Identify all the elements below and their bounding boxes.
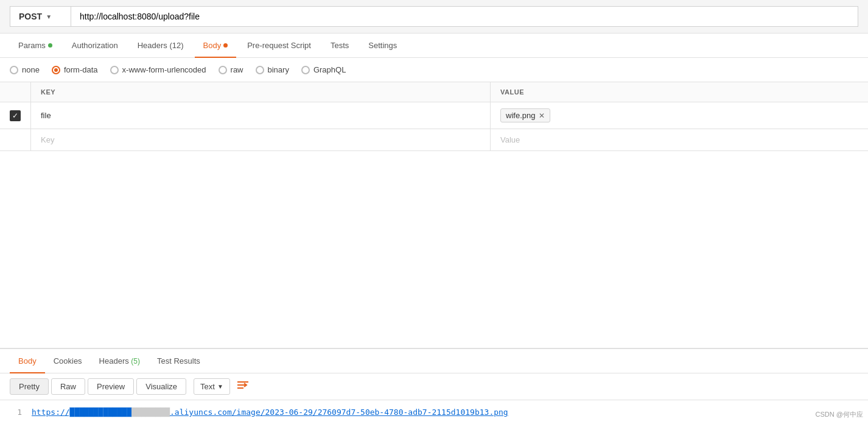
radio-graphql-circle xyxy=(301,66,310,74)
row2-checkbox-cell[interactable] xyxy=(0,129,31,151)
request-tabs: Params Authorization Headers (12) Body P… xyxy=(0,34,868,58)
format-bar: Pretty Raw Preview Visualize Text ▼ xyxy=(0,373,868,400)
format-type-selector[interactable]: Text ▼ xyxy=(194,378,230,395)
tab-body-label: Body xyxy=(203,41,222,50)
row2-value-cell[interactable]: Value xyxy=(491,129,868,151)
table-row: Key Value xyxy=(0,129,868,151)
radio-urlencoded-circle xyxy=(110,66,119,74)
watermark: CSDN @何中应 xyxy=(816,410,863,419)
method-label: POST xyxy=(19,12,42,21)
body-dot xyxy=(223,43,228,48)
method-chevron-icon: ▼ xyxy=(46,13,52,20)
response-tab-body[interactable]: Body xyxy=(10,349,45,373)
kv-table: KEY VALUE ✓ file wife.png ✕ Key xyxy=(0,82,868,151)
url-bar: POST ▼ xyxy=(0,0,868,34)
tab-authorization-label: Authorization xyxy=(72,41,118,50)
format-type-chevron-icon: ▼ xyxy=(217,383,223,390)
radio-urlencoded[interactable]: x-www-form-urlencoded xyxy=(110,65,206,74)
radio-binary-circle xyxy=(256,66,264,74)
tab-authorization[interactable]: Authorization xyxy=(63,34,127,57)
params-dot xyxy=(48,43,52,48)
response-tab-test-results[interactable]: Test Results xyxy=(149,349,209,373)
wrap-icon[interactable] xyxy=(236,380,250,394)
tab-tests-label: Tests xyxy=(331,41,349,50)
row1-key-cell[interactable]: file xyxy=(31,102,491,129)
tab-settings[interactable]: Settings xyxy=(360,34,405,57)
tab-pre-request[interactable]: Pre-request Script xyxy=(239,34,320,57)
response-tab-cookies-label: Cookies xyxy=(54,356,82,366)
row2-value-placeholder: Value xyxy=(500,135,520,144)
response-tab-test-results-label: Test Results xyxy=(157,356,200,366)
response-content: 1 https://█████████████████████.aliyuncs… xyxy=(0,400,868,424)
row1-key: file xyxy=(41,111,51,120)
radio-form-data-label: form-data xyxy=(64,65,98,74)
tab-pre-request-label: Pre-request Script xyxy=(247,41,311,50)
tab-params[interactable]: Params xyxy=(10,34,61,57)
row1-filename: wife.png xyxy=(506,111,535,120)
table-row: ✓ file wife.png ✕ xyxy=(0,102,868,129)
format-preview-button[interactable]: Preview xyxy=(88,378,134,395)
response-tab-headers[interactable]: Headers (5) xyxy=(91,349,149,373)
radio-form-data[interactable]: form-data xyxy=(52,65,98,74)
tab-headers[interactable]: Headers (12) xyxy=(129,34,192,57)
response-tab-headers-label: Headers xyxy=(99,356,131,366)
format-raw-button[interactable]: Raw xyxy=(51,378,85,395)
radio-none[interactable]: none xyxy=(10,65,40,74)
method-selector[interactable]: POST ▼ xyxy=(10,6,71,27)
radio-binary[interactable]: binary xyxy=(256,65,289,74)
radio-none-label: none xyxy=(22,65,40,74)
radio-raw-circle xyxy=(219,66,227,74)
format-type-label: Text xyxy=(200,382,215,391)
row1-value-cell[interactable]: wife.png ✕ xyxy=(491,102,868,129)
tab-body[interactable]: Body xyxy=(195,34,237,57)
radio-form-data-circle xyxy=(52,66,60,74)
radio-graphql[interactable]: GraphQL xyxy=(301,65,346,74)
row2-key-placeholder: Key xyxy=(41,135,54,144)
tab-headers-label: Headers (12) xyxy=(138,41,184,50)
response-tab-body-label: Body xyxy=(18,356,37,366)
row1-remove-file-button[interactable]: ✕ xyxy=(539,111,545,120)
radio-urlencoded-label: x-www-form-urlencoded xyxy=(122,65,206,74)
row1-checkbox-cell[interactable]: ✓ xyxy=(0,102,31,129)
spacer xyxy=(0,151,868,212)
response-tabs: Body Cookies Headers (5) Test Results xyxy=(0,349,868,373)
response-tab-cookies[interactable]: Cookies xyxy=(45,349,91,373)
col-value: VALUE xyxy=(491,82,868,102)
url-input[interactable] xyxy=(71,6,858,27)
line-number: 1 xyxy=(10,408,22,417)
response-headers-count: (5) xyxy=(131,357,140,366)
format-visualize-button[interactable]: Visualize xyxy=(136,378,186,395)
format-pretty-button[interactable]: Pretty xyxy=(10,378,49,395)
radio-raw[interactable]: raw xyxy=(219,65,243,74)
radio-binary-label: binary xyxy=(268,65,289,74)
col-checkbox xyxy=(0,82,31,102)
radio-graphql-label: GraphQL xyxy=(313,65,346,74)
row2-key-cell[interactable]: Key xyxy=(31,129,491,151)
row1-file-tag: wife.png ✕ xyxy=(500,108,550,122)
radio-raw-label: raw xyxy=(231,65,243,74)
body-type-row: none form-data x-www-form-urlencoded raw… xyxy=(0,58,868,82)
response-section: Body Cookies Headers (5) Test Results Pr… xyxy=(0,348,868,424)
row1-checkbox[interactable]: ✓ xyxy=(10,110,21,121)
tab-params-label: Params xyxy=(18,41,46,50)
radio-none-circle xyxy=(10,66,18,74)
tab-settings-label: Settings xyxy=(368,41,397,50)
response-url-link[interactable]: https://█████████████████████.aliyuncs.c… xyxy=(32,408,508,417)
col-key: KEY xyxy=(31,82,491,102)
tab-tests[interactable]: Tests xyxy=(322,34,357,57)
